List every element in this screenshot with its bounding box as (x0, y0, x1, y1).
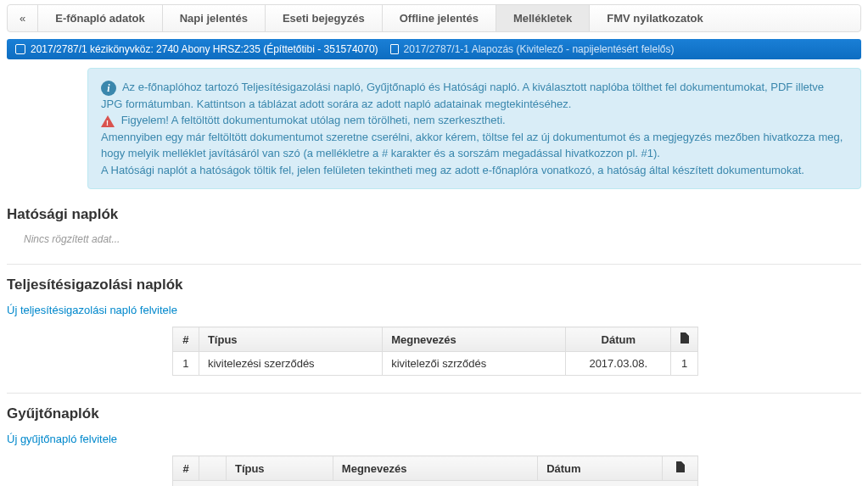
col-tipus: Típus (226, 456, 333, 481)
cell-megnevezes: kivitelezői szrződés (383, 352, 566, 376)
document-icon (676, 461, 685, 472)
tab-collapse[interactable]: « (8, 5, 38, 31)
add-gyujto-link[interactable]: Új gyűjtőnapló felvitele (7, 433, 117, 445)
book-icon (15, 44, 25, 54)
info-text-3: A Hatósági naplót a hatóságok töltik fel… (101, 162, 848, 179)
breadcrumb: 2017/2787/1 kézikönyvköz: 2740 Abony HRS… (7, 39, 861, 59)
warning-icon (101, 115, 115, 127)
hatosagi-empty: Nincs rögzített adat... (24, 233, 861, 245)
col-num: # (173, 456, 199, 481)
add-teljesites-link[interactable]: Új teljesítésigazolási napló felvitele (7, 304, 177, 316)
col-megnevezes: Megnevezés (383, 327, 566, 352)
tab-napi-jelentes[interactable]: Napi jelentés (163, 5, 266, 31)
tab-eseti-bejegyzes[interactable]: Eseti bejegyzés (266, 5, 383, 31)
col-datum: Dátum (538, 456, 663, 481)
document-icon (680, 332, 689, 344)
section-title-teljesites: Teljesítésigazolási naplók (7, 277, 861, 293)
divider (7, 393, 861, 394)
col-tipus: Típus (199, 327, 382, 352)
tab-offline-jelentes[interactable]: Offline jelentés (383, 5, 496, 31)
info-text-1: Az e-főnaplóhoz tartozó Teljesítésigazol… (101, 81, 824, 110)
info-warning: Figyelem! A feltöltött dokumentumokat ut… (121, 114, 506, 126)
section-hatosagi: Hatósági naplók Nincs rögzített adat... (7, 206, 861, 245)
tab-fmv-nyilatkozatok[interactable]: FMV nyilatkozatok (590, 5, 720, 31)
section-title-gyujto: Gyűjtőnaplók (7, 405, 861, 422)
table-header-row: # Típus Megnevezés Dátum (173, 327, 698, 352)
section-gyujto: Gyűjtőnaplók Új gyűjtőnapló felvitele # … (7, 405, 861, 486)
tab-mellekletek[interactable]: Mellékletek (496, 5, 590, 31)
col-doc (671, 327, 698, 352)
cell-datum: 2017.03.08. (566, 352, 671, 376)
col-megnevezes: Megnevezés (333, 456, 537, 481)
col-blank (199, 456, 226, 481)
cell-tipus: kivitelezési szerződés (199, 352, 382, 376)
info-panel: i Az e-főnaplóhoz tartozó Teljesítésigaz… (87, 68, 861, 189)
gyujto-table: # Típus Megnevezés Dátum Nincs rögzített… (172, 455, 698, 486)
section-teljesites: Teljesítésigazolási naplók Új teljesítés… (7, 277, 861, 376)
breadcrumb-main: 2017/2787/1 kézikönyvköz: 2740 Abony HRS… (31, 43, 378, 55)
main-tabs: « E-főnapló adatok Napi jelentés Eseti b… (7, 4, 861, 32)
col-num: # (173, 327, 199, 352)
gyujto-empty: Nincs rögzített adat... (173, 481, 698, 486)
file-icon (390, 44, 399, 54)
info-text-2: Amennyiben egy már feltöltött dokumentum… (101, 129, 848, 162)
info-icon: i (101, 81, 116, 96)
divider (7, 264, 861, 265)
section-title-hatosagi: Hatósági naplók (7, 206, 861, 223)
table-row[interactable]: 1 kivitelezési szerződés kivitelezői szr… (173, 352, 698, 376)
cell-num: 1 (173, 352, 199, 376)
breadcrumb-sub: 2017/2787/1-1 Alapozás (Kivitelező - nap… (404, 43, 675, 55)
teljesites-table: # Típus Megnevezés Dátum 1 kivitelezési … (172, 327, 698, 376)
col-datum: Dátum (566, 327, 671, 352)
table-header-row: # Típus Megnevezés Dátum (173, 456, 698, 481)
cell-count: 1 (671, 352, 698, 376)
col-doc (663, 456, 698, 481)
tab-efonaplo-adatok[interactable]: E-főnapló adatok (38, 5, 162, 31)
table-empty-row: Nincs rögzített adat... (173, 481, 698, 486)
